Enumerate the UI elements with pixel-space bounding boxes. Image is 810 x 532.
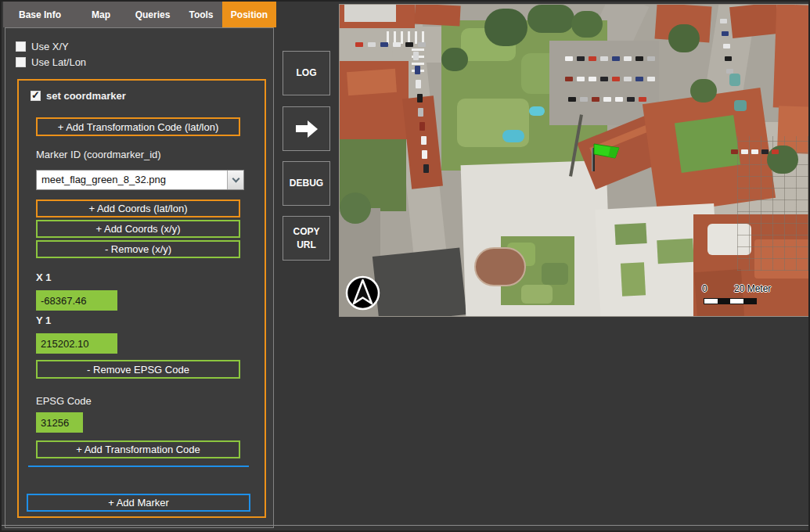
scale-segment [743, 299, 757, 304]
scale-segment [730, 299, 743, 304]
car [720, 19, 727, 23]
car [723, 44, 730, 49]
car [647, 77, 655, 81]
add-marker-button[interactable]: + Add Marker [27, 494, 250, 512]
set-coordmarker-checkbox[interactable] [31, 91, 41, 101]
tab-base-info[interactable]: Base Info [3, 2, 77, 27]
x1-input[interactable] [36, 290, 117, 311]
car [577, 77, 585, 81]
car [592, 97, 599, 102]
use-latlon-checkbox[interactable] [16, 57, 26, 67]
car [751, 149, 758, 154]
car [565, 56, 573, 61]
car [368, 42, 376, 47]
car [726, 69, 733, 74]
car [418, 42, 426, 47]
use-xy-checkbox[interactable] [16, 41, 26, 52]
tab-bar: Base InfoMapQueriesToolsPosition [3, 2, 276, 27]
tab-map[interactable]: Map [77, 2, 125, 27]
car [421, 136, 427, 145]
car [393, 42, 401, 47]
scale-zero-label: 0 [702, 283, 707, 294]
set-coordmarker-checkbox-row[interactable]: set coordmarker [31, 90, 126, 102]
scale-bar-segments [704, 298, 757, 304]
y1-input[interactable] [36, 333, 117, 354]
tab-queries[interactable]: Queries [125, 2, 180, 27]
copy-url-button[interactable]: COPY URL [283, 216, 330, 261]
remove-epsg-code-button[interactable]: - Remove EPSG Code [36, 360, 240, 379]
car [624, 56, 632, 61]
map-terrain-shape [549, 41, 659, 125]
map-terrain-shape [729, 74, 740, 86]
map-terrain-shape [675, 115, 740, 173]
app-window: Base InfoMapQueriesToolsPosition Use X/Y… [0, 0, 810, 532]
remove-xy-button[interactable]: - Remove (x/y) [36, 240, 240, 258]
map-terrain-shape [340, 192, 371, 224]
car [419, 122, 425, 131]
add-transformation-code-button[interactable]: + Add Transformation Code [36, 440, 240, 458]
map-terrain-shape [542, 263, 568, 285]
map-terrain-shape [773, 4, 809, 109]
car [725, 56, 732, 61]
scale-distance-label: 20 Meter [734, 283, 771, 294]
map-terrain-shape [668, 24, 700, 52]
divider-line [28, 466, 249, 467]
position-panel: Use X/Y Use Lat/Lon set coordmarker + Ad… [5, 27, 274, 528]
tab-position[interactable]: Position [222, 2, 276, 27]
car [418, 108, 423, 117]
car [722, 31, 729, 36]
car [423, 164, 429, 173]
car [589, 77, 596, 81]
right-arrow-icon [296, 120, 318, 138]
log-button[interactable]: LOG [283, 51, 330, 95]
car [603, 97, 611, 102]
x1-label: X 1 [36, 271, 52, 283]
car [635, 56, 643, 61]
add-coords-latlon-button[interactable]: + Add Coords (lat/lon) [36, 200, 240, 217]
map-terrain-shape [657, 239, 694, 264]
map-terrain-shape [690, 79, 717, 102]
car [615, 97, 623, 102]
car [415, 66, 420, 74]
scale-segment [704, 299, 718, 304]
car [422, 150, 427, 159]
map-terrain-shape [484, 9, 527, 46]
set-coordmarker-label: set coordmarker [46, 90, 126, 102]
map-terrain-shape [474, 247, 526, 286]
use-xy-label: Use X/Y [31, 41, 69, 52]
tab-tools[interactable]: Tools [180, 2, 222, 27]
car [417, 94, 423, 102]
car [639, 97, 646, 102]
add-coords-xy-button[interactable]: + Add Coords (x/y) [36, 220, 240, 238]
map-terrain-shape [527, 5, 574, 33]
marker-id-dropdown-button[interactable] [227, 171, 243, 189]
use-latlon-checkbox-row[interactable]: Use Lat/Lon [16, 56, 86, 68]
window-bottom-separator [2, 525, 808, 526]
car [624, 77, 632, 81]
debug-button[interactable]: DEBUG [283, 161, 330, 206]
marker-id-selected-value: meet_flag_green_8_32.png [37, 171, 227, 189]
car [741, 149, 748, 154]
marker-id-label: Marker ID (coordmarker_id) [36, 149, 161, 160]
use-xy-checkbox-row[interactable]: Use X/Y [16, 41, 69, 52]
car [731, 149, 738, 154]
car [600, 56, 608, 61]
marker-id-dropdown[interactable]: meet_flag_green_8_32.png [36, 170, 244, 190]
car [589, 56, 596, 61]
car [647, 56, 655, 61]
map-terrain-shape [621, 262, 646, 297]
epsg-code-label: EPSG Code [36, 395, 92, 407]
epsg-code-input[interactable] [36, 412, 83, 433]
forward-button[interactable] [283, 106, 330, 151]
map-scale-bar: 0 20 Meter [700, 283, 801, 310]
map-terrain-shape [734, 100, 747, 111]
north-arrow-compass-icon [345, 275, 380, 311]
add-transformation-code-latlon-button[interactable]: + Add Transformation Code (lat/lon) [36, 117, 240, 136]
scale-segment [718, 299, 731, 304]
car [600, 77, 608, 81]
use-latlon-label: Use Lat/Lon [31, 56, 86, 68]
map-viewport[interactable]: 0 20 Meter [339, 4, 809, 317]
map-terrain-shape [347, 69, 397, 95]
map-terrain-shape [373, 247, 466, 317]
map-terrain-shape [529, 106, 545, 116]
